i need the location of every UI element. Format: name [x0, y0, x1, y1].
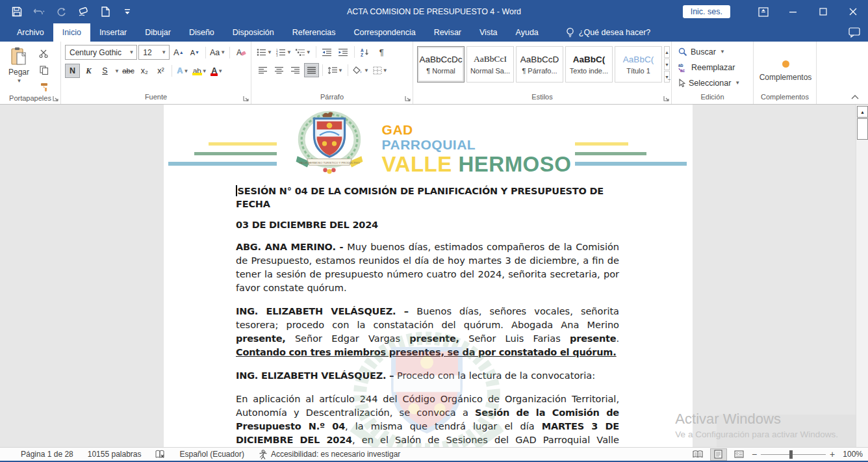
tab-referencias[interactable]: Referencias — [283, 23, 345, 42]
document-paragraphs[interactable]: SESIÓN N° 04 DE LA COMISIÓN DE PLANIFICA… — [236, 185, 619, 447]
change-case-button[interactable]: Aa▼ — [209, 45, 226, 60]
document-page[interactable]: VALLE HERMOSO TURISTICO Y PRODUCTIVO GAD… — [164, 105, 693, 447]
zoom-slider[interactable] — [761, 454, 826, 455]
styles-more-button[interactable]: ▼̲ — [664, 71, 670, 83]
shrink-font-button[interactable]: A▼ — [187, 45, 202, 60]
style-normal[interactable]: AaBbCcDc¶ Normal — [417, 46, 465, 83]
page-indicator[interactable]: Página 1 de 28 — [21, 450, 73, 459]
style-normal-sa[interactable]: AaBbCcINormal Sa... — [466, 46, 514, 83]
word-count[interactable]: 10155 palabras — [88, 450, 142, 459]
multilevel-list-button[interactable]: ▼ — [294, 45, 313, 59]
zoom-level[interactable]: 100% — [843, 450, 863, 459]
shading-button[interactable]: ▼ — [351, 63, 370, 77]
close-button[interactable] — [838, 0, 868, 23]
sort-button[interactable]: AZ — [358, 45, 373, 59]
grow-font-button[interactable]: A▲ — [171, 45, 186, 60]
decrease-indent-button[interactable] — [320, 45, 335, 59]
tab-ayuda[interactable]: Ayuda — [507, 23, 548, 42]
increase-indent-button[interactable] — [336, 45, 351, 59]
style-titulo-1[interactable]: AaBbC(Título 1 — [615, 46, 662, 83]
bold-button[interactable]: N — [65, 64, 80, 78]
tab-diseno[interactable]: Diseño — [180, 23, 223, 42]
scroll-up-button[interactable]: ▲ — [857, 106, 868, 118]
maximize-button[interactable] — [808, 0, 838, 23]
justify-button[interactable] — [304, 63, 319, 77]
paste-button[interactable]: Pegar▼ — [4, 45, 34, 94]
tab-archivo[interactable]: Archivo — [8, 23, 53, 42]
subscript-button[interactable]: x₂ — [137, 64, 152, 78]
replace-button[interactable]: abac Reemplazar — [678, 60, 750, 74]
tell-me-box[interactable]: ¿Qué desea hacer? — [557, 23, 660, 42]
italic-button[interactable]: K — [81, 64, 96, 78]
redo-button[interactable] — [55, 5, 68, 18]
font-size-combo[interactable]: 12▼ — [138, 45, 170, 60]
style-texto-independiente[interactable]: AaBbC(Texto inde... — [565, 46, 613, 83]
language-indicator[interactable]: Español (Ecuador) — [179, 450, 244, 459]
font-dialog-launcher[interactable] — [243, 95, 249, 103]
clipboard-dialog-launcher[interactable] — [53, 95, 58, 103]
logo-text: GAD PARROQUIAL VALLE HERMOSO — [382, 123, 572, 175]
align-right-button[interactable] — [288, 63, 303, 77]
read-mode-button[interactable] — [689, 448, 706, 461]
highlight-color-bar — [192, 73, 202, 75]
chevron-down-icon: ▼ — [267, 49, 272, 55]
tab-inicio[interactable]: Inicio — [53, 23, 90, 42]
print-layout-button[interactable] — [710, 448, 727, 461]
zoom-in-button[interactable]: + — [830, 449, 835, 459]
superscript-button[interactable]: x² — [153, 64, 168, 78]
text-effects-button[interactable]: A▼ — [175, 64, 190, 78]
web-layout-button[interactable] — [731, 448, 748, 461]
clear-formatting-button[interactable]: A — [233, 45, 248, 60]
sign-in-button[interactable]: Inic. ses. — [683, 5, 730, 18]
styles-dialog-launcher[interactable] — [663, 95, 669, 103]
paragraph-dialog-launcher[interactable] — [405, 95, 411, 103]
align-center-button[interactable] — [272, 63, 287, 77]
scrollbar-thumb[interactable] — [857, 118, 868, 140]
format-painter-button[interactable] — [36, 80, 51, 94]
accessibility-status[interactable]: Accesibilidad: es necesario investigar — [259, 450, 400, 459]
comments-button[interactable] — [849, 23, 860, 42]
styles-scroll-down-button[interactable]: ▼ — [664, 58, 670, 70]
ribbon-display-options-button[interactable] — [748, 0, 778, 23]
borders-icon — [373, 66, 382, 75]
customize-qat-button[interactable] — [121, 5, 134, 18]
new-document-button[interactable] — [99, 5, 112, 18]
tab-vista[interactable]: Vista — [470, 23, 507, 42]
tab-disposicion[interactable]: Disposición — [223, 23, 283, 42]
proofing-status[interactable] — [155, 450, 165, 459]
group-edicion: Buscar▼ abac Reemplazar Seleccionar▼ Edi… — [672, 42, 754, 104]
strikethrough-button[interactable]: abc — [121, 64, 136, 78]
copy-button[interactable] — [36, 63, 51, 77]
select-button[interactable]: Seleccionar▼ — [678, 76, 750, 90]
collapse-ribbon-button[interactable] — [851, 92, 859, 101]
numbering-button[interactable]: 123▼ — [275, 45, 293, 59]
chevron-down-icon[interactable]: ▼ — [114, 68, 120, 74]
tab-insertar[interactable]: Insertar — [90, 23, 136, 42]
bullets-button[interactable]: ▼ — [255, 45, 274, 59]
tab-revisar[interactable]: Revisar — [425, 23, 470, 42]
tab-dibujar[interactable]: Dibujar — [136, 23, 180, 42]
complementos-button[interactable]: Complementos — [758, 45, 813, 93]
zoom-slider-handle[interactable] — [789, 450, 793, 459]
vertical-scrollbar[interactable]: ▲ — [856, 105, 868, 447]
minimize-button[interactable] — [778, 0, 808, 23]
align-left-button[interactable] — [255, 63, 270, 77]
line-spacing-button[interactable]: ▼ — [326, 63, 344, 77]
style-parrafo[interactable]: AaBbCcD¶ Párrafo... — [516, 46, 563, 83]
draw-touch-button[interactable] — [77, 5, 90, 18]
highlight-button[interactable]: ab▼ — [192, 64, 209, 78]
save-button[interactable] — [10, 5, 23, 18]
borders-button[interactable]: ▼ — [372, 63, 389, 77]
font-name-combo[interactable]: Century Gothic▼ — [65, 45, 137, 60]
show-paragraph-marks-button[interactable]: ¶ — [374, 45, 389, 59]
cut-button[interactable] — [36, 46, 51, 60]
font-color-button[interactable]: A▼ — [210, 64, 225, 78]
zoom-out-button[interactable]: − — [752, 449, 757, 459]
tab-correspondencia[interactable]: Correspondencia — [344, 23, 424, 42]
copy-icon — [40, 66, 49, 75]
scissors-icon — [39, 49, 49, 58]
styles-scroll-up-button[interactable]: ▲ — [664, 46, 670, 58]
undo-button[interactable] — [32, 5, 45, 18]
find-button[interactable]: Buscar▼ — [678, 45, 750, 58]
underline-button[interactable]: S — [97, 64, 112, 78]
